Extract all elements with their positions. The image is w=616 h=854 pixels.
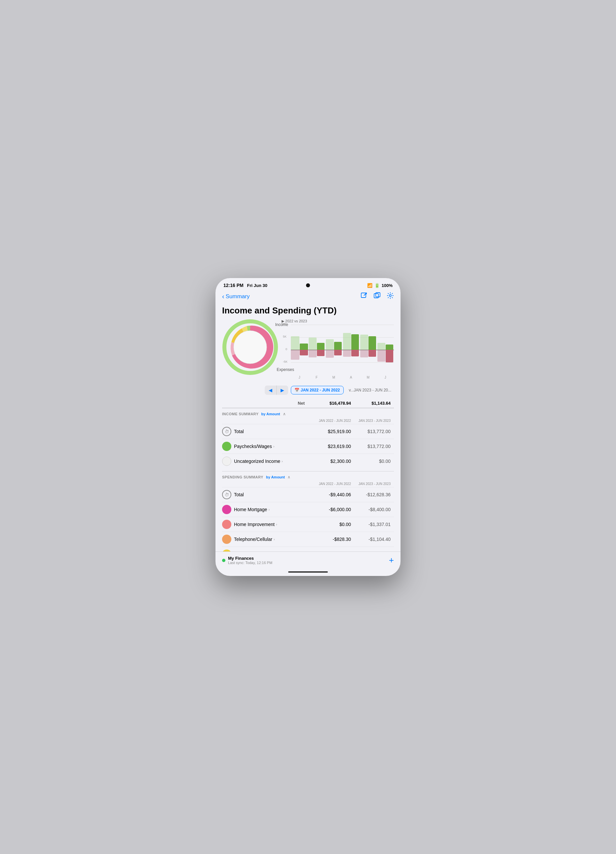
home-improvement-icon [222,520,231,529]
income-total-compare: $13,772.00 [354,429,394,434]
nav-bar: ‹ Summary [216,291,400,303]
period-prev-button[interactable]: ◀ [265,386,277,395]
spending-section-title: SPENDING SUMMARY [222,475,263,479]
groceries-row[interactable]: Groceries › #vacation -$98.36 -$318.68 -… [222,546,394,552]
period-arrows: ◀ ▶ [265,386,288,395]
back-label: Summary [226,293,250,300]
spending-clock-icon: ⏱ [222,490,231,499]
sync-status-dot [222,559,225,562]
net-row: Net $16,478.94 $1,143.64 [222,399,394,408]
chart-area: Income Expenses ▶ 2022 vs 2023 10K 5K [222,319,394,381]
paychecks-label: Paychecks/Wages › [234,444,308,449]
donut-chart: Income Expenses [222,319,278,375]
bottom-bar: My Finances Last sync: Today, 12:16 PM + [216,552,400,568]
home-mortgage-label: Home Mortgage › [234,507,308,512]
x-label-j2: J [377,375,394,381]
spending-total-row[interactable]: ⏱ Total -$9,440.06 -$12,628.36 [222,487,394,502]
back-button[interactable]: ‹ Summary [222,293,249,300]
telephone-compare: -$1,104.40 [354,537,394,542]
income-total-row[interactable]: ⏱ Total $25,919.00 $13,772.00 [222,424,394,439]
account-name: My Finances [228,556,272,561]
nav-icons [360,292,394,301]
page-title: Income and Spending (YTD) [222,303,394,319]
paychecks-row[interactable]: Paychecks/Wages › $23,619.00 $13,772.00 [222,439,394,454]
home-mortgage-icon [222,505,231,514]
spending-section-header: SPENDING SUMMARY by Amount ∧ [222,471,394,481]
paychecks-chevron-icon: › [273,444,275,448]
income-col2-header: JAN 2023 - JUN 2023 [354,419,394,422]
income-section-header: INCOME SUMMARY by Amount ∧ [222,408,394,418]
x-label-j1: J [291,375,308,381]
sync-text: Last sync: Today, 12:16 PM [228,561,272,565]
income-col1-header: JAN 2022 - JUN 2022 [308,419,354,422]
chart-legend: ▶ 2022 vs 2023 [281,319,394,323]
home-mortgage-value: -$6,000.00 [308,507,354,512]
edit-icon[interactable] [360,292,368,301]
net-label: Net [222,399,308,408]
status-date: Fri Jun 30 [247,283,267,288]
home-improvement-label: Home Improvement › [234,522,308,527]
income-col-headers: JAN 2022 - JUN 2022 JAN 2023 - JUN 2023 [222,418,394,424]
add-button[interactable]: + [389,555,394,565]
paychecks-icon [222,442,231,451]
svg-point-5 [234,331,267,364]
telephone-chevron-icon: › [274,537,275,541]
wifi-icon: 📶 [367,283,373,288]
period-next-button[interactable]: ▶ [277,386,288,395]
spending-col-headers: JAN 2022 - JUN 2022 JAN 2023 - JUN 2023 [222,481,394,487]
x-label-f: F [308,375,325,381]
status-right: 📶 🔋 100% [367,283,392,288]
spending-chevron-icon: ∧ [287,475,291,479]
uncategorized-income-value: $2,300.00 [308,459,354,464]
home-mortgage-compare: -$8,400.00 [354,507,394,512]
income-section-title: INCOME SUMMARY [222,412,259,416]
uncategorized-income-label: Uncategorized Income › [234,459,308,464]
period-selector: ◀ ▶ 📅 JAN 2022 - JUN 2022 v...JAN 2023 -… [222,386,394,395]
add-window-icon[interactable] [373,292,381,301]
spending-col2-header: JAN 2023 - JUN 2023 [354,482,394,486]
battery-icon: 🔋 [374,283,380,288]
home-improvement-compare: -$1,337.01 [354,522,394,527]
page-content: Income and Spending (YTD) [216,303,400,552]
svg-rect-2 [376,293,380,297]
spending-total-compare: -$12,628.36 [354,492,394,497]
svg-rect-1 [374,294,379,298]
telephone-label: Telephone/Cellular › [234,537,308,542]
income-total-value: $25,919.00 [308,429,354,434]
spending-total-value: -$9,440.06 [308,492,354,497]
x-label-a: A [342,375,360,381]
home-indicator [216,568,400,576]
net-value: $16,478.94 [308,399,354,408]
home-bar [288,571,328,573]
svg-point-3 [389,294,391,297]
period-compare-label: v...JAN 2023 - JUN 20... [346,386,394,394]
svg-rect-0 [361,293,366,297]
bar-chart: ▶ 2022 vs 2023 10K 5K 0 [281,319,394,381]
period-current-label[interactable]: 📅 JAN 2022 - JUN 2022 [291,386,344,395]
telephone-icon [222,535,231,544]
back-chevron-icon: ‹ [222,293,224,300]
camera-notch [306,283,310,287]
income-total-label: Total [234,429,308,434]
status-time: 12:16 PM [224,283,243,288]
uncategorized-income-row[interactable]: Uncategorized Income › $2,300.00 $0.00 [222,454,394,468]
x-label-m2: M [360,375,377,381]
home-improvement-value: $0.00 [308,522,354,527]
bottom-account-info: My Finances Last sync: Today, 12:16 PM [222,556,272,565]
home-improvement-chevron-icon: › [276,522,277,526]
paychecks-value: $23,619.00 [308,444,354,449]
income-sort-button[interactable]: by Amount [261,412,280,416]
settings-icon[interactable] [387,292,394,301]
groceries-icon [222,549,231,552]
home-mortgage-chevron-icon: › [268,508,270,511]
telephone-row[interactable]: Telephone/Cellular › -$828.30 -$1,104.40 [222,532,394,546]
spending-sort-button[interactable]: by Amount [266,475,285,479]
clock-icon: ⏱ [222,427,231,436]
paychecks-compare: $13,772.00 [354,444,394,449]
device-frame: 12:16 PM Fri Jun 30 📶 🔋 100% ‹ Summary [216,278,400,576]
home-mortgage-row[interactable]: Home Mortgage › -$6,000.00 -$8,400.00 [222,502,394,517]
home-improvement-row[interactable]: Home Improvement › $0.00 -$1,337.01 [222,517,394,532]
telephone-value: -$828.30 [308,537,354,542]
uncategorized-income-icon [222,457,231,466]
uncategorized-income-compare: $0.00 [354,459,394,464]
